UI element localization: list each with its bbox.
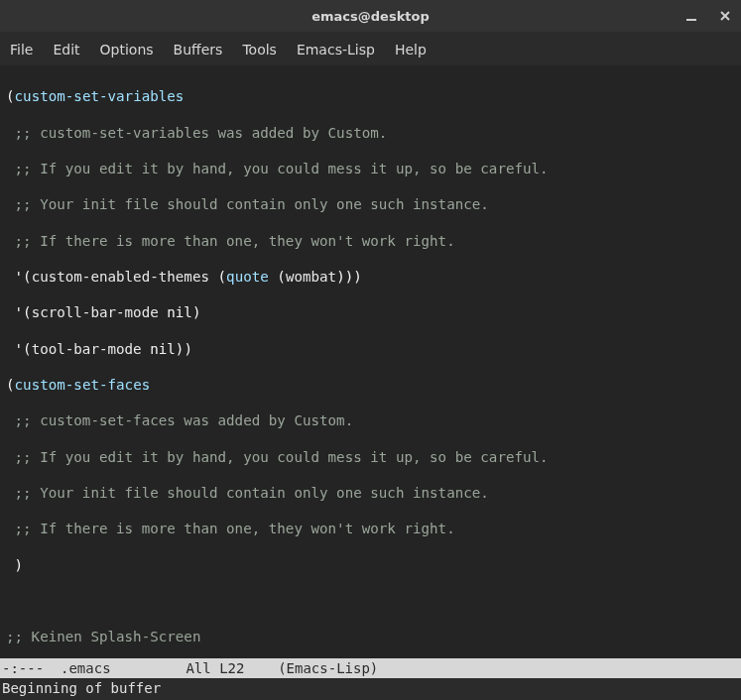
code-line: ;; If you edit it by hand, you could mes… (6, 448, 735, 466)
code-line: '(scroll-bar-mode nil) (6, 303, 735, 321)
code-line: ;; If there is more than one, they won't… (6, 520, 735, 537)
close-button[interactable] (717, 8, 733, 24)
code-line: ;; custom-set-variables was added by Cus… (6, 124, 735, 142)
code-line: ) (6, 556, 735, 574)
menu-options[interactable]: Options (100, 42, 154, 58)
code-line: '(tool-bar-mode nil)) (6, 340, 735, 358)
menu-tools[interactable]: Tools (242, 42, 277, 58)
menu-help[interactable]: Help (395, 42, 427, 58)
menu-edit[interactable]: Edit (53, 42, 79, 58)
window-controls (683, 8, 733, 24)
code-line: ;; Keinen Splash-Screen (6, 628, 735, 645)
minibuffer[interactable]: Beginning of buffer (0, 678, 741, 700)
code-line (6, 592, 735, 610)
minimize-button[interactable] (683, 8, 699, 24)
code-line: ;; If you edit it by hand, you could mes… (6, 160, 735, 177)
code-line: ;; custom-set-faces was added by Custom. (6, 411, 735, 429)
code-line: (custom-set-faces (6, 376, 735, 394)
menu-emacs-lisp[interactable]: Emacs-Lisp (297, 42, 375, 58)
mode-line[interactable]: -:--- .emacs All L22 (Emacs-Lisp) (0, 658, 741, 678)
window-titlebar: emacs@desktop (0, 0, 741, 32)
code-line: ;; If there is more than one, they won't… (6, 232, 735, 250)
code-line: ;; Your init file should contain only on… (6, 484, 735, 502)
menu-bar: File Edit Options Buffers Tools Emacs-Li… (0, 32, 741, 65)
window-title: emacs@desktop (311, 9, 430, 24)
code-line: ;; Your init file should contain only on… (6, 195, 735, 213)
code-line: (custom-set-variables (6, 87, 735, 105)
menu-file[interactable]: File (10, 42, 33, 58)
code-line: '(custom-enabled-themes (quote (wombat))… (6, 268, 735, 286)
editor-buffer[interactable]: (custom-set-variables ;; custom-set-vari… (0, 65, 741, 658)
menu-buffers[interactable]: Buffers (174, 42, 223, 58)
